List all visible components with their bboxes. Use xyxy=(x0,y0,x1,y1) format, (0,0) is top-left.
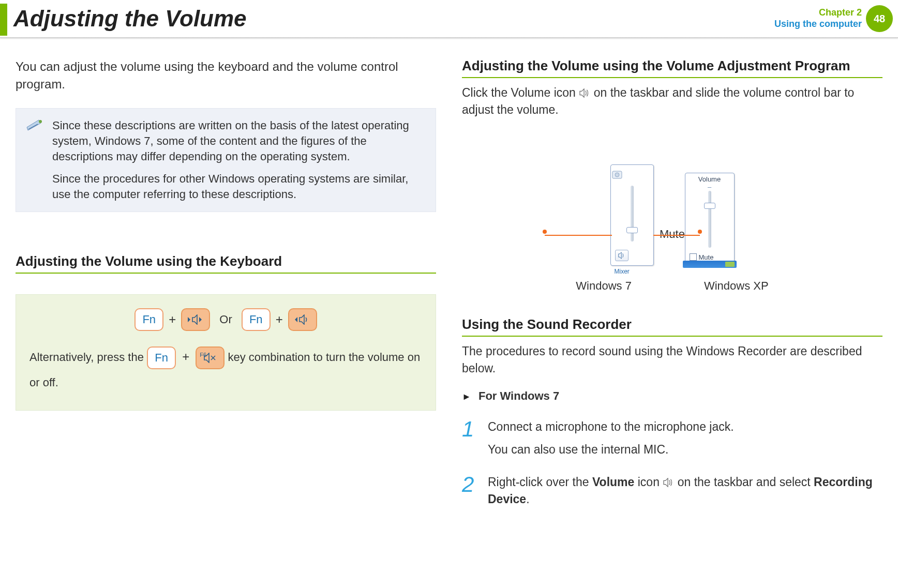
recorder-intro: The procedures to record sound using the… xyxy=(462,343,882,378)
mute-callout-dot-left xyxy=(543,230,547,234)
step-body: Right-click over the Volume icon on the … xyxy=(488,474,882,508)
note-box: Since these descriptions are written on … xyxy=(16,108,436,212)
volume-slider-thumb xyxy=(704,203,715,209)
mute-callout-dot-right xyxy=(698,230,702,234)
section-heading-sound-recorder: Using the Sound Recorder xyxy=(462,316,882,337)
slider-top-mark: – xyxy=(685,183,734,191)
step1-line2: You can also use the internal MIC. xyxy=(488,441,734,458)
left-column: You can adjust the volume using the keyb… xyxy=(16,58,436,524)
step2-a: Right-click over the xyxy=(488,475,592,489)
chapter-subtitle: Using the computer xyxy=(774,19,862,30)
winxp-volume-popup: Volume – Mute xyxy=(685,173,735,266)
plus-sign: + xyxy=(169,308,176,330)
step2-volume-word: Volume xyxy=(592,475,634,489)
volume-program-text: Click the Volume icon on the taskbar and… xyxy=(462,84,882,119)
section-heading-volume-program: Adjusting the Volume using the Volume Ad… xyxy=(462,58,882,78)
winxp-volume-title: Volume xyxy=(685,175,734,183)
chapter-line: Chapter 2 xyxy=(774,7,862,19)
note-paragraph-1: Since these descriptions are written on … xyxy=(52,118,424,164)
fn-key: Fn xyxy=(242,308,271,331)
mute-key: F6 xyxy=(196,346,224,369)
header-accent-bar xyxy=(0,4,7,36)
os-label-winxp: Windows XP xyxy=(704,279,769,293)
step-1: 1 Connect a microphone to the microphone… xyxy=(462,418,882,458)
volume-slider-thumb xyxy=(626,227,638,233)
volume-up-key xyxy=(288,308,317,331)
intro-text: You can adjust the volume using the keyb… xyxy=(16,58,436,93)
for-windows-7-row: For Windows 7 xyxy=(462,389,882,403)
speaker-icon xyxy=(663,478,674,487)
header-divider xyxy=(0,37,898,38)
plus-sign: + xyxy=(179,350,192,364)
mute-callout-line-left xyxy=(545,235,612,236)
step-2: 2 Right-click over the Volume icon on th… xyxy=(462,474,882,508)
page-number-badge: 48 xyxy=(866,5,893,32)
page-title: Adjusting the Volume xyxy=(13,6,774,32)
keyboard-shortcut-box: Fn + Or Fn + Alternatively, press the Fn… xyxy=(16,294,436,411)
speaker-icon xyxy=(579,88,590,98)
step1-line1: Connect a microphone to the microphone j… xyxy=(488,418,734,435)
plus-sign: + xyxy=(276,308,283,330)
step-body: Connect a microphone to the microphone j… xyxy=(488,418,734,458)
mute-callout-line-right xyxy=(653,235,700,236)
mixer-link: Mixer xyxy=(615,268,630,275)
win7-volume-popup xyxy=(610,164,654,266)
vol-text-a: Click the Volume icon xyxy=(462,86,579,99)
step2-d: . xyxy=(526,492,529,506)
section-heading-keyboard: Adjusting the Volume using the Keyboard xyxy=(16,253,436,274)
step-number: 2 xyxy=(462,474,480,508)
step-number: 1 xyxy=(462,418,480,458)
chapter-block: Chapter 2 Using the computer xyxy=(774,7,862,29)
win7-volume-wrapper: Mixer xyxy=(610,164,654,266)
step2-c: on the taskbar and select xyxy=(678,475,814,489)
step2-b: icon xyxy=(638,475,663,489)
note-paragraph-2: Since the procedures for other Windows o… xyxy=(52,171,424,202)
right-column: Adjusting the Volume using the Volume Ad… xyxy=(462,58,882,524)
winxp-mute-row: Mute xyxy=(690,253,730,261)
win7-mute-button xyxy=(615,250,628,261)
for-windows-7-label: For Windows 7 xyxy=(478,389,559,402)
winxp-taskbar xyxy=(683,261,737,268)
winxp-volume-wrapper: Volume – Mute xyxy=(685,173,735,266)
fn-key: Fn xyxy=(147,346,176,369)
arrow-bullet-icon xyxy=(462,389,475,402)
winxp-mute-checkbox xyxy=(690,253,697,261)
volume-down-key xyxy=(181,308,210,331)
steps-list: 1 Connect a microphone to the microphone… xyxy=(462,418,882,508)
svg-point-7 xyxy=(615,173,619,177)
volume-slider-track xyxy=(708,191,711,248)
speaker-device-icon xyxy=(611,168,625,183)
volume-figure: Mixer Volume – Mute Mute xyxy=(462,131,882,266)
mute-callout-label: Mute xyxy=(660,228,685,241)
page-header: Adjusting the Volume Chapter 2 Using the… xyxy=(0,0,898,37)
or-label: Or xyxy=(215,309,236,330)
os-label-win7: Windows 7 xyxy=(576,279,632,293)
alt-prefix: Alternatively, press the xyxy=(29,351,147,364)
winxp-mute-label: Mute xyxy=(699,253,714,261)
keyboard-row: Fn + Or Fn + xyxy=(29,308,422,331)
alt-shortcut-line: Alternatively, press the Fn + F6 key com… xyxy=(29,343,422,396)
note-icon xyxy=(26,119,43,132)
f6-label: F6 xyxy=(200,349,206,361)
step2-text: Right-click over the Volume icon on the … xyxy=(488,474,882,508)
fn-key: Fn xyxy=(134,308,163,331)
os-labels-row: Windows 7 Windows XP xyxy=(462,279,882,293)
